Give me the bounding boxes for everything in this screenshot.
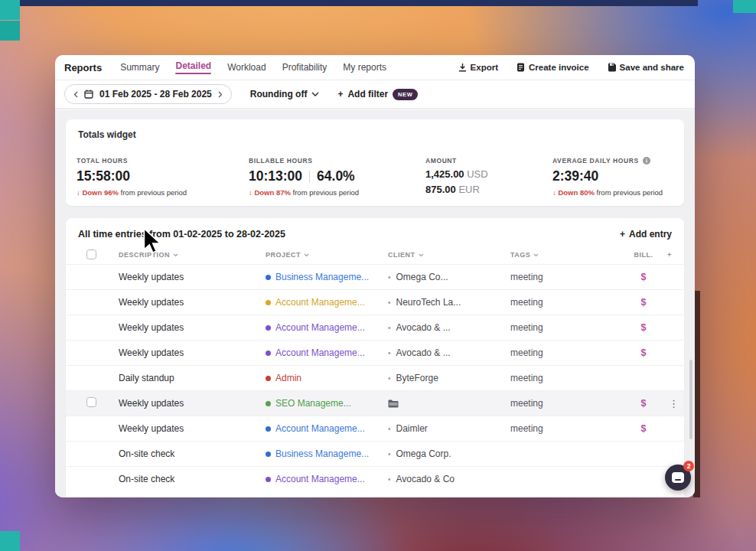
save-and-share-button[interactable]: Save and share <box>608 63 684 72</box>
wallpaper-band <box>0 0 698 6</box>
info-icon[interactable] <box>643 157 650 165</box>
chevron-down-icon <box>419 253 424 257</box>
entry-project[interactable]: Account Manageme... <box>266 474 388 484</box>
time-entries-table: All time entries from 01-02-2025 to 28-0… <box>66 218 684 497</box>
delta-percent: Down 80% <box>558 188 595 197</box>
total-hours-delta: ↓ Down 96% from previous period <box>77 188 187 197</box>
export-button[interactable]: Export <box>458 63 498 72</box>
table-row[interactable]: On-site check Business Manageme... •Omeg… <box>66 441 684 466</box>
row-checkbox[interactable] <box>86 397 96 407</box>
project-color-dot <box>266 376 271 381</box>
table-row-hovered[interactable]: Weekly updates SEO Manageme... meeting $… <box>66 390 684 416</box>
divider <box>309 171 310 183</box>
entry-description: Weekly updates <box>119 398 266 409</box>
entry-project[interactable]: Account Manageme... <box>266 297 388 308</box>
scrollbar-thumb[interactable] <box>689 360 692 439</box>
entry-project[interactable]: Business Manageme... <box>266 448 388 459</box>
client-name: Omega Co... <box>396 272 448 282</box>
calendar-icon <box>84 90 93 99</box>
table-row[interactable]: Weekly updates Account Manageme... •Avoc… <box>66 315 684 340</box>
tab-profitability[interactable]: Profitability <box>282 62 327 73</box>
column-tags[interactable]: TAGS <box>510 251 627 259</box>
entry-project[interactable]: Account Manageme... <box>266 322 388 333</box>
billable-indicator[interactable]: $ <box>627 398 660 409</box>
report-tabs: Summary Detailed Workload Profitability … <box>120 60 386 74</box>
billable-indicator[interactable]: $ <box>627 297 660 308</box>
tab-summary[interactable]: Summary <box>120 62 159 73</box>
add-filter-button[interactable]: + Add filter NEW <box>337 89 418 100</box>
billable-indicator[interactable]: $ <box>627 347 660 358</box>
amount-label: AMOUNT <box>425 157 488 165</box>
table-row[interactable]: On-site check Account Manageme... •Avoca… <box>66 466 684 491</box>
entry-project[interactable]: Admin <box>266 373 388 383</box>
chevron-down-icon <box>311 92 319 96</box>
table-row[interactable]: Weekly updates Account Manageme... •Avoc… <box>66 340 684 365</box>
page-title: Reports <box>64 62 102 73</box>
delta-caption: from previous period <box>293 188 360 197</box>
date-range-picker[interactable]: 01 Feb 2025 - 28 Feb 2025 <box>64 84 232 104</box>
project-name: Account Manageme... <box>275 297 365 308</box>
tab-workload[interactable]: Workload <box>227 62 266 73</box>
totals-widget: Totals widget TOTAL HOURS 15:58:00 ↓ Dow… <box>66 119 684 206</box>
billable-indicator[interactable]: $ <box>627 423 660 434</box>
entry-project[interactable]: SEO Manageme... <box>266 398 388 409</box>
billable-indicator[interactable]: $ <box>627 272 660 282</box>
project-name: Account Manageme... <box>275 322 365 333</box>
entry-description: Daily standup <box>119 373 266 383</box>
down-arrow-icon: ↓ <box>249 188 253 197</box>
amount-eur-currency: EUR <box>458 184 479 195</box>
column-description[interactable]: DESCRIPTION <box>119 251 266 259</box>
create-invoice-button[interactable]: Create invoice <box>516 63 589 72</box>
client-name: Daimler <box>396 423 428 434</box>
project-color-dot <box>266 401 271 406</box>
project-color-dot <box>266 325 271 331</box>
column-bill[interactable]: BILL. <box>627 251 660 259</box>
client-name: Avocado & Co <box>396 474 455 484</box>
table-row[interactable]: Weekly updates Account Manageme... •Daim… <box>66 416 684 441</box>
billable-time: 10:13:00 <box>249 168 302 184</box>
add-column-button[interactable]: + <box>660 251 684 259</box>
client-bullet-icon: • <box>388 475 391 484</box>
chevron-right-icon[interactable] <box>218 91 223 98</box>
select-all-checkbox[interactable] <box>86 249 96 259</box>
metric-amount: AMOUNT 1,425.00 USD 875.00 EUR <box>425 157 488 195</box>
rounding-dropdown[interactable]: Rounding off <box>250 89 320 99</box>
chevron-down-icon <box>173 253 178 257</box>
entry-project[interactable]: Account Manageme... <box>266 347 388 358</box>
table-row[interactable]: Daily standup Admin •ByteForge meeting <box>66 365 684 390</box>
entry-client: •Omega Co... <box>388 272 510 282</box>
column-client-label: CLIENT <box>388 251 415 259</box>
total-hours-value: 15:58:00 <box>77 168 187 184</box>
client-name: Avocado & ... <box>396 347 451 358</box>
chevron-down-icon <box>304 253 309 257</box>
add-entry-button[interactable]: + Add entry <box>620 229 672 240</box>
project-color-dot <box>266 275 271 280</box>
metric-total-hours: TOTAL HOURS 15:58:00 ↓ Down 96% from pre… <box>77 157 187 197</box>
entry-project[interactable]: Business Manageme... <box>266 272 388 282</box>
entry-project[interactable]: Account Manageme... <box>266 423 388 434</box>
column-project[interactable]: PROJECT <box>266 251 388 259</box>
metric-average-daily-hours: AVERAGE DAILY HOURS 2:39:40 ↓ Down 80% f… <box>552 157 663 197</box>
down-arrow-icon: ↓ <box>552 188 556 197</box>
tab-my-reports[interactable]: My reports <box>343 62 386 73</box>
table-row[interactable]: Weekly updates Business Manageme... •Ome… <box>66 264 684 289</box>
project-name: Business Manageme... <box>275 272 369 282</box>
save-icon <box>608 63 616 72</box>
chat-bubble-icon <box>672 472 684 483</box>
entry-tag: meeting <box>510 297 627 308</box>
entry-client[interactable] <box>388 399 510 408</box>
average-daily-hours-label: AVERAGE DAILY HOURS <box>552 157 663 165</box>
billable-hours-delta: ↓ Down 87% from previous period <box>249 188 359 197</box>
create-invoice-label: Create invoice <box>529 63 589 72</box>
billable-indicator[interactable]: $ <box>627 322 660 333</box>
project-name: Account Manageme... <box>275 347 365 358</box>
table-row[interactable]: Weekly updates Account Manageme... •Neur… <box>66 289 684 315</box>
column-client[interactable]: CLIENT <box>388 251 510 259</box>
project-color-dot <box>266 300 271 305</box>
plus-icon: + <box>620 229 625 240</box>
client-bullet-icon: • <box>388 298 391 307</box>
row-menu-icon[interactable]: ⋮ <box>660 399 684 409</box>
chevron-left-icon[interactable] <box>73 91 78 98</box>
tab-detailed[interactable]: Detailed <box>175 60 211 74</box>
wallpaper-artifact <box>0 21 20 41</box>
